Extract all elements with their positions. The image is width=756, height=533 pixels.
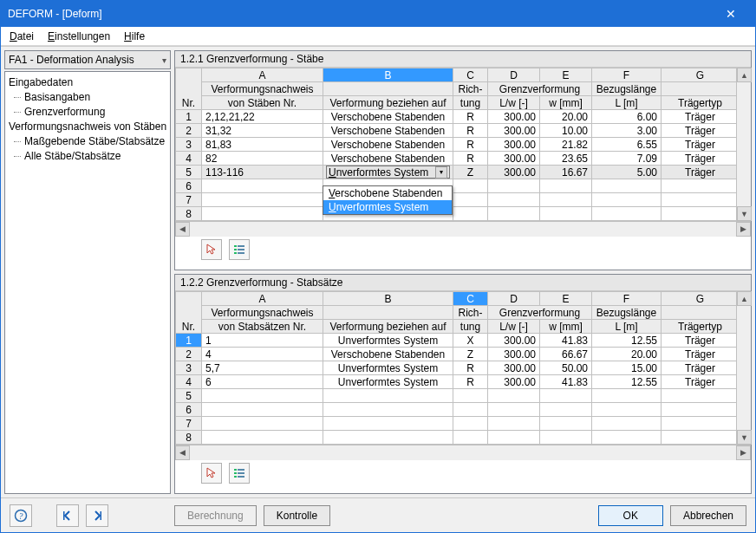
cell[interactable]	[453, 431, 488, 445]
row-header[interactable]: 2	[176, 348, 202, 361]
scroll-left-icon[interactable]: ◀	[175, 445, 190, 460]
cell[interactable]: Träger	[662, 348, 737, 361]
cell[interactable]: 4	[202, 348, 323, 361]
cell[interactable]: 21.82	[540, 138, 592, 152]
cell[interactable]: Träger	[662, 152, 737, 166]
table-row[interactable]: 6	[176, 403, 737, 417]
cell[interactable]: R	[453, 361, 488, 375]
cell[interactable]	[592, 193, 662, 207]
cell[interactable]	[202, 193, 323, 207]
cell[interactable]	[488, 389, 540, 403]
pick-member-button[interactable]	[201, 239, 222, 260]
row-header[interactable]: 8	[176, 431, 202, 445]
dropdown-popup[interactable]: Verschobene Stabenden Unverformtes Syste…	[323, 185, 453, 215]
scroll-track[interactable]	[190, 445, 736, 460]
cell[interactable]	[488, 417, 540, 431]
cell[interactable]: 1	[202, 334, 323, 348]
cell[interactable]: 2,12,21,22	[202, 110, 323, 124]
cell[interactable]: 300.00	[488, 110, 540, 124]
cell[interactable]: 300.00	[488, 375, 540, 389]
cell[interactable]	[662, 403, 737, 417]
row-header[interactable]: 1	[176, 110, 202, 124]
cell[interactable]	[662, 179, 737, 193]
scroll-up-icon[interactable]: ▲	[737, 68, 752, 82]
cell[interactable]: Träger	[662, 110, 737, 124]
scroll-track[interactable]	[737, 82, 751, 206]
scroll-right-icon[interactable]: ▶	[736, 222, 751, 237]
cell[interactable]: 20.00	[592, 348, 662, 361]
cell[interactable]	[592, 417, 662, 431]
table-row[interactable]: 8	[176, 431, 737, 445]
cell[interactable]	[488, 179, 540, 193]
table-row[interactable]: 381,83Verschobene StabendenR300.0021.826…	[176, 138, 737, 152]
pick-set-button[interactable]	[201, 463, 222, 484]
cell[interactable]: Verschobene Stabenden	[323, 138, 453, 152]
scroll-up-icon[interactable]: ▲	[737, 291, 752, 306]
cancel-button[interactable]: Abbrechen	[670, 505, 746, 526]
col-letter[interactable]: D	[488, 68, 540, 82]
cell[interactable]	[323, 389, 453, 403]
cell[interactable]: Z	[453, 166, 488, 179]
cell-dropdown[interactable]: Unverformtes System▾	[326, 166, 450, 179]
cell[interactable]	[540, 417, 592, 431]
cell[interactable]	[202, 431, 323, 445]
cell[interactable]: 50.00	[540, 361, 592, 375]
col-letter[interactable]: F	[592, 292, 662, 306]
settings-button[interactable]	[229, 463, 250, 484]
cell[interactable]: R	[453, 138, 488, 152]
col-letter[interactable]: B	[323, 68, 453, 82]
cell[interactable]	[662, 417, 737, 431]
table-row[interactable]: 231,32Verschobene StabendenR300.0010.003…	[176, 124, 737, 138]
cell[interactable]	[323, 403, 453, 417]
chevron-down-icon[interactable]: ▾	[435, 166, 447, 179]
cell[interactable]: 12.55	[592, 375, 662, 389]
cell[interactable]	[540, 179, 592, 193]
cell[interactable]	[592, 389, 662, 403]
table-row[interactable]: 46Unverformtes SystemR300.0041.8312.55Tr…	[176, 375, 737, 389]
tree-item[interactable]: Alle Stäbe/Stabsätze	[7, 149, 168, 164]
cell[interactable]: 300.00	[488, 166, 540, 179]
col-letter[interactable]: G	[662, 292, 737, 306]
cell[interactable]	[488, 207, 540, 221]
cell[interactable]: 31,32	[202, 124, 323, 138]
grid-sets[interactable]: Nr. A B C D E F G Verformungsnachweis	[175, 291, 736, 445]
col-nr[interactable]: Nr.	[176, 292, 202, 334]
cell[interactable]: Z	[453, 348, 488, 361]
dropdown-option[interactable]: Verschobene Stabenden	[323, 186, 452, 200]
row-header[interactable]: 2	[176, 124, 202, 138]
cell[interactable]: 81,83	[202, 138, 323, 152]
cell[interactable]: 5.00	[592, 166, 662, 179]
col-letter[interactable]: B	[323, 292, 453, 306]
cell[interactable]: 41.83	[540, 375, 592, 389]
col-letter[interactable]: C	[453, 292, 488, 306]
cell[interactable]	[662, 207, 737, 221]
cell[interactable]	[540, 389, 592, 403]
cell[interactable]	[662, 389, 737, 403]
cell[interactable]: 41.83	[540, 334, 592, 348]
cell[interactable]: 300.00	[488, 124, 540, 138]
col-letter[interactable]: F	[592, 68, 662, 82]
cell[interactable]: R	[453, 375, 488, 389]
tree-item[interactable]: Maßgebende Stäbe/Stabsätze	[7, 134, 168, 149]
menu-settings[interactable]: Einstellungen	[48, 30, 110, 42]
cell[interactable]: 10.00	[540, 124, 592, 138]
cell[interactable]: Träger	[662, 361, 737, 375]
cell[interactable]: Träger	[662, 375, 737, 389]
cell[interactable]	[453, 207, 488, 221]
cell[interactable]: Träger	[662, 334, 737, 348]
cell[interactable]: 5,7	[202, 361, 323, 375]
cell[interactable]: 12.55	[592, 334, 662, 348]
cell[interactable]: Träger	[662, 166, 737, 179]
scroll-track[interactable]	[190, 222, 736, 237]
row-header[interactable]: 6	[176, 179, 202, 193]
scroll-down-icon[interactable]: ▼	[737, 430, 752, 445]
row-header[interactable]: 7	[176, 417, 202, 431]
scroll-left-icon[interactable]: ◀	[175, 222, 190, 237]
cell[interactable]	[453, 403, 488, 417]
ok-button[interactable]: OK	[598, 505, 663, 526]
cell[interactable]	[202, 179, 323, 193]
cell[interactable]	[323, 431, 453, 445]
cell[interactable]: 113-116	[202, 166, 323, 179]
cell[interactable]	[540, 193, 592, 207]
cell[interactable]	[540, 431, 592, 445]
